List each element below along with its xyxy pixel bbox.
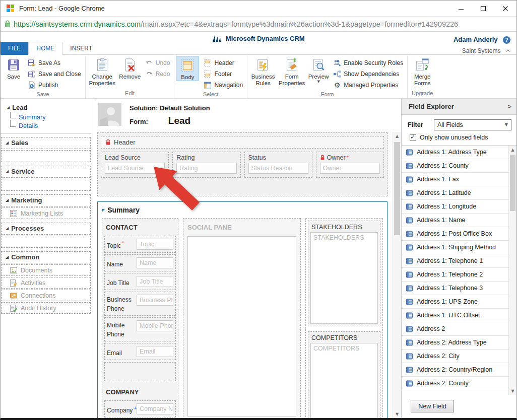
field-list-item[interactable]: Address 2: Address Type	[402, 336, 516, 349]
url-bar[interactable]: https://saintsystems.crm.dynamics.com/ma…	[1, 17, 516, 32]
header-field[interactable]: Status Status Reason	[244, 152, 312, 178]
field-list-item[interactable]: Address 1: Post Office Box	[402, 227, 516, 241]
field-list-item[interactable]: Address 1: Fax	[402, 173, 516, 186]
form-field[interactable]: Mobile Phone Mobile Phone	[104, 317, 176, 341]
merge-forms-button[interactable]: Merge Forms	[409, 56, 435, 86]
filter-dropdown[interactable]: All Fields ▼	[434, 119, 511, 130]
scrollbar-thumb[interactable]	[510, 155, 515, 211]
processes-section-header[interactable]: ◢Processes	[1, 223, 91, 235]
help-icon[interactable]: ?	[503, 36, 510, 44]
new-field-button[interactable]: New Field	[411, 400, 454, 412]
stakeholders-grid[interactable]: STAKEHOLDERS	[310, 232, 378, 324]
field-list-item[interactable]: Address 2: Country/Region	[402, 363, 516, 377]
tree-root-lead[interactable]: ◢Lead	[7, 104, 91, 111]
form-field[interactable]: Company+ Company Name	[104, 400, 176, 417]
service-section-header[interactable]: ◢Service	[1, 166, 91, 178]
sidebar-item-audit-history[interactable]: Audit History	[1, 302, 91, 314]
form-field[interactable]: Topic* Topic	[104, 236, 176, 253]
field-list-item[interactable]: Address 1: Latitude	[402, 186, 516, 200]
field-list-item[interactable]: Address 1: Shipping Method	[402, 241, 516, 254]
scroll-up-icon[interactable]: ▲	[509, 146, 516, 154]
sidebar-item-connections[interactable]: Connections	[1, 290, 91, 301]
field-list-item[interactable]: Address 2: County	[402, 377, 516, 390]
marketing-section-header[interactable]: ◢Marketing	[1, 194, 91, 206]
header-field[interactable]: Rating Rating	[172, 152, 240, 178]
field-list-item[interactable]: Address 2	[402, 322, 516, 336]
field-list-item[interactable]: Address 1: Telephone 2	[402, 268, 516, 282]
form-field[interactable]: Job Title Job Title	[104, 273, 176, 290]
form-field[interactable]: Email Email	[104, 343, 176, 360]
stakeholders-box[interactable]: STAKEHOLDERS STAKEHOLDERS	[308, 221, 380, 326]
preview-button[interactable]: Preview ▼	[306, 56, 331, 83]
header-section-bar[interactable]: Header	[101, 136, 384, 149]
sidebar-item-activities[interactable]: Activities	[1, 277, 91, 289]
sales-section-header[interactable]: ◢Sales	[1, 137, 91, 149]
close-button[interactable]	[494, 1, 516, 16]
collapse-panel-icon[interactable]: >	[507, 103, 511, 110]
tree-item-summary[interactable]: Summary	[10, 112, 91, 121]
publish-button[interactable]: Publish	[25, 80, 84, 91]
competitors-box[interactable]: COMPETITORS COMPETITORS	[308, 331, 380, 418]
field-list-item[interactable]: Address 1: Address Type	[402, 146, 516, 159]
navigation-button[interactable]: Navigation	[201, 80, 245, 91]
field-list-item[interactable]: Address 1: County	[402, 159, 516, 173]
header-button[interactable]: Header	[201, 57, 245, 68]
enable-security-roles-button[interactable]: Enable Security Roles	[331, 57, 406, 68]
summary-tab-section[interactable]: ◤Summary CONTACT Topic* Topic	[97, 201, 387, 418]
undo-button[interactable]: Undo	[143, 57, 173, 68]
tree-item-details[interactable]: Details	[10, 121, 91, 129]
only-unused-checkbox[interactable]	[410, 134, 416, 141]
form-field[interactable]: Business Phone Business Phone	[104, 292, 176, 316]
save-and-close-button[interactable]: Save and Close	[25, 68, 84, 80]
field-list-item[interactable]: Address 1: UPS Zone	[402, 295, 516, 309]
stakeholders-column: STAKEHOLDERS STAKEHOLDERS COMPETITORS CO…	[305, 218, 383, 418]
field-input: Status Reason	[248, 163, 308, 174]
body-button[interactable]: Body	[176, 56, 199, 81]
save-as-button[interactable]: Save As	[25, 57, 84, 68]
field-list-item[interactable]: Address 1: Name	[402, 214, 516, 227]
show-dependencies-label: Show Dependencies	[344, 71, 399, 78]
org-name[interactable]: Saint Systems	[462, 47, 501, 54]
sales-section-body[interactable]	[1, 150, 91, 162]
tab-insert[interactable]: INSERT	[62, 42, 100, 55]
common-section-header[interactable]: ◢Common	[1, 251, 91, 263]
competitors-grid[interactable]: COMPETITORS	[310, 343, 378, 418]
scroll-down-icon[interactable]: ▼	[393, 410, 401, 418]
social-pane-placeholder[interactable]	[187, 236, 296, 416]
redo-button[interactable]: Redo	[143, 68, 173, 80]
social-pane-column[interactable]: SOCIAL PANE	[183, 218, 301, 418]
maximize-button[interactable]	[472, 1, 494, 16]
scroll-up-icon[interactable]: ▲	[393, 132, 401, 140]
field-list-scrollbar[interactable]: ▲ ▼	[508, 146, 516, 395]
sidebar-item-documents[interactable]: Documents	[1, 264, 91, 276]
save-button[interactable]: Save	[2, 56, 25, 80]
minimize-button[interactable]	[450, 1, 472, 16]
contact-column[interactable]: CONTACT Topic* Topic Name	[102, 218, 178, 418]
field-list-item[interactable]: Address 1: UTC Offset	[402, 309, 516, 322]
user-name[interactable]: Adam Anderly	[454, 36, 498, 43]
header-field[interactable]: Lead Source Lead Source	[101, 152, 169, 178]
empty-field-slot[interactable]	[104, 362, 176, 381]
remove-button[interactable]: Remove	[117, 56, 143, 80]
scrollbar-thumb[interactable]	[394, 142, 400, 235]
footer-button[interactable]: Footer	[201, 68, 245, 80]
form-properties-button[interactable]: Form Properties	[277, 56, 306, 86]
form-field[interactable]: Name Name	[104, 254, 176, 271]
service-section-body[interactable]	[1, 179, 91, 191]
show-dependencies-button[interactable]: Show Dependencies	[331, 68, 406, 80]
managed-properties-button[interactable]: ⚙ Managed Properties	[331, 80, 406, 91]
tab-home[interactable]: HOME	[28, 42, 62, 55]
business-rules-button[interactable]: Business Rules	[249, 56, 277, 86]
form-header-section[interactable]: Header Lead Source Lead Source	[97, 132, 387, 196]
change-properties-button[interactable]: Change Properties	[87, 56, 117, 86]
canvas-scrollbar[interactable]: ▲ ▼	[393, 132, 401, 418]
sidebar-item-marketing-lists[interactable]: Marketing Lists	[1, 207, 91, 219]
header-field[interactable]: Owner * Owner	[316, 152, 384, 178]
tab-file[interactable]: FILE	[1, 42, 28, 55]
field-list-item[interactable]: Address 1: Telephone 3	[402, 282, 516, 295]
processes-section-body[interactable]	[1, 236, 91, 248]
field-list-item[interactable]: Address 1: Telephone 1	[402, 254, 516, 268]
scroll-down-icon[interactable]: ▼	[509, 387, 516, 395]
field-list-item[interactable]: Address 1: Longitude	[402, 200, 516, 214]
field-list-item[interactable]: Address 2: City	[402, 349, 516, 363]
